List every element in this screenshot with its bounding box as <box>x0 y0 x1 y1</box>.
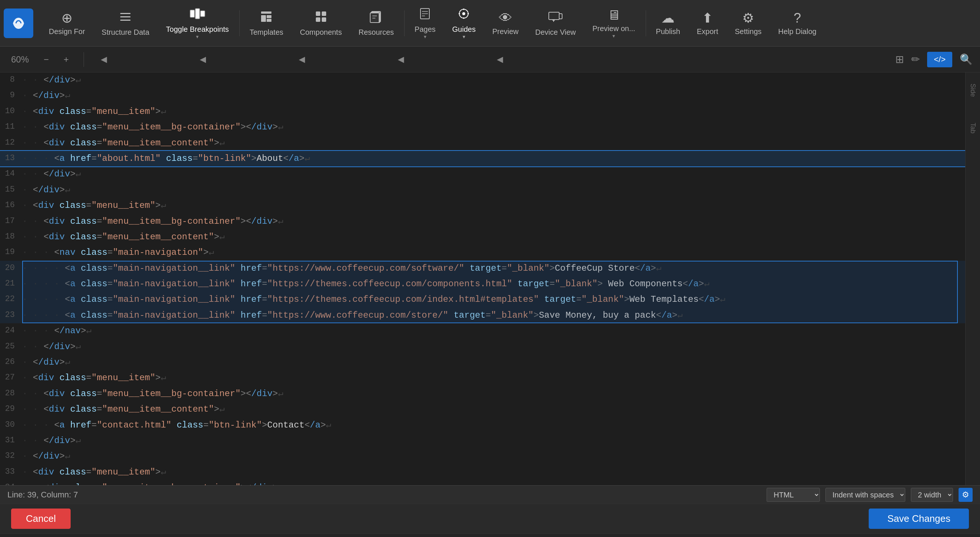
line-number-13: 13 <box>0 151 22 164</box>
code-line-25[interactable]: 25· · </div>↵ <box>0 339 965 355</box>
indent-select[interactable]: Indent with spaces Indent with tabs <box>826 488 905 502</box>
line-number-28: 28 <box>0 386 22 400</box>
line-content-15: · </div>↵ <box>22 182 965 198</box>
toolbar-publish[interactable]: ☁ Publish <box>648 0 689 46</box>
toolbar-structure-data[interactable]: Structure Data <box>94 0 158 46</box>
breakpoint-arrow-5[interactable]: ◄ <box>491 54 509 65</box>
code-line-21[interactable]: 21· · · · <a class="main-navigation__lin… <box>0 276 965 292</box>
line-number-11: 11 <box>0 120 22 133</box>
line-number-18: 18 <box>0 229 22 243</box>
code-line-31[interactable]: 31· · </div>↵ <box>0 433 965 449</box>
breadcrumb-bar: Body › HTML Element › custom-menu box-si… <box>0 533 980 537</box>
toolbar-sep-2 <box>404 10 404 36</box>
breakpoint-arrow-1[interactable]: ◄ <box>95 54 113 65</box>
code-line-12[interactable]: 12· · <div class="menu__item__content">↵ <box>0 135 965 151</box>
width-select[interactable]: 2 width 4 width <box>911 488 953 502</box>
components-label: Components <box>300 28 342 37</box>
code-line-15[interactable]: 15· </div>↵ <box>0 182 965 198</box>
toolbar-preview-on[interactable]: 🖥 Preview on... ▾ <box>584 0 644 46</box>
line-number-31: 31 <box>0 433 22 447</box>
line-number-33: 33 <box>0 465 22 478</box>
code-line-10[interactable]: 10· <div class="menu__item">↵ <box>0 104 965 120</box>
right-sidebar: Side Tab <box>965 72 980 485</box>
toolbar-design-for[interactable]: ⊕ Design For <box>41 0 94 46</box>
zoom-in-button[interactable]: + <box>60 54 73 65</box>
grid-view-icon[interactable]: ⊞ <box>895 53 904 65</box>
code-line-30[interactable]: 30· · · <a href="contact.html" class="bt… <box>0 417 965 433</box>
toolbar-resources[interactable]: Resources <box>350 0 402 46</box>
line-number-34: 34 <box>0 480 22 485</box>
language-select[interactable]: HTML CSS JavaScript <box>767 488 820 502</box>
code-view-button[interactable]: </> <box>927 52 952 67</box>
toolbar-templates[interactable]: Templates <box>242 0 292 46</box>
code-line-26[interactable]: 26· </div>↵ <box>0 355 965 370</box>
structure-data-icon <box>119 10 132 27</box>
toolbar-help[interactable]: ? Help Dialog <box>770 0 825 46</box>
code-line-13[interactable]: 13· · · <a href="about.html" class="btn-… <box>0 151 965 166</box>
code-line-19[interactable]: 19· · · <nav class="main-navigation">↵ <box>0 245 965 260</box>
toggle-breakpoints-icon <box>189 7 205 24</box>
code-line-33[interactable]: 33· <div class="menu__item">↵ <box>0 465 965 480</box>
line-content-27: · <div class="menu__item">↵ <box>22 370 965 386</box>
code-line-28[interactable]: 28· · <div class="menu__item__bg-contain… <box>0 386 965 402</box>
line-content-29: · · <div class="menu__item__content">↵ <box>22 402 965 417</box>
settings-gear-button[interactable]: ⚙ <box>959 488 973 502</box>
code-line-20[interactable]: 20· · · · <a class="main-navigation__lin… <box>0 261 965 276</box>
line-number-10: 10 <box>0 104 22 118</box>
toolbar-preview[interactable]: 👁 Preview <box>484 0 527 46</box>
toggle-breakpoints-label: Toggle Breakpoints <box>166 25 229 33</box>
components-icon <box>314 10 328 27</box>
breakpoint-arrow-3[interactable]: ◄ <box>293 54 311 65</box>
toolbar-device-view[interactable]: Device View <box>527 0 584 46</box>
code-line-17[interactable]: 17· · <div class="menu__item__bg-contain… <box>0 214 965 229</box>
toolbar-pages[interactable]: Pages ▾ <box>406 0 444 46</box>
design-for-icon: ⊕ <box>61 10 73 26</box>
guides-icon <box>457 7 470 24</box>
line-number-9: 9 <box>0 88 22 102</box>
app-logo[interactable] <box>4 8 33 38</box>
toolbar-export[interactable]: ⬆ Export <box>689 0 727 46</box>
code-line-32[interactable]: 32· </div>↵ <box>0 449 965 464</box>
design-for-label: Design For <box>49 27 85 36</box>
svg-rect-10 <box>316 11 320 16</box>
code-line-11[interactable]: 11· · <div class="menu__item__bg-contain… <box>0 120 965 135</box>
svg-rect-30 <box>559 14 562 19</box>
zoom-out-button[interactable]: − <box>40 54 52 65</box>
breakpoint-arrow-4[interactable]: ◄ <box>392 54 410 65</box>
pages-icon <box>418 7 431 24</box>
pen-tool-icon[interactable]: ✏ <box>911 53 920 65</box>
preview-label: Preview <box>492 27 519 36</box>
sidebar-tab-tab[interactable]: Tab <box>967 119 978 137</box>
code-line-27[interactable]: 27· <div class="menu__item">↵ <box>0 370 965 386</box>
code-line-22[interactable]: 22· · · · <a class="main-navigation__lin… <box>0 292 965 308</box>
code-line-23[interactable]: 23· · · · <a class="main-navigation__lin… <box>0 308 965 323</box>
code-line-34[interactable]: 34· · <div class="menu__item__bg-contain… <box>0 480 965 485</box>
code-line-8[interactable]: 8· · </div>↵ <box>0 72 965 88</box>
resources-icon <box>369 10 383 27</box>
svg-rect-5 <box>200 11 205 17</box>
toolbar-settings[interactable]: ⚙ Settings <box>727 0 770 46</box>
line-number-23: 23 <box>0 308 22 321</box>
cancel-button[interactable]: Cancel <box>11 508 71 529</box>
search-icon[interactable]: 🔍 <box>960 53 973 65</box>
toolbar-toggle-breakpoints[interactable]: Toggle Breakpoints ▾ <box>158 0 237 46</box>
code-line-29[interactable]: 29· · <div class="menu__item__content">↵ <box>0 402 965 417</box>
line-number-24: 24 <box>0 323 22 337</box>
line-number-29: 29 <box>0 402 22 415</box>
templates-label: Templates <box>250 28 283 37</box>
code-line-18[interactable]: 18· · <div class="menu__item__content">↵ <box>0 229 965 245</box>
save-changes-button[interactable]: Save Changes <box>869 508 969 529</box>
sidebar-tab-1[interactable]: Side <box>967 80 978 100</box>
line-content-24: · · · </nav>↵ <box>22 323 965 339</box>
svg-rect-6 <box>261 11 272 14</box>
code-line-14[interactable]: 14· · </div>↵ <box>0 166 965 182</box>
code-line-24[interactable]: 24· · · </nav>↵ <box>0 323 965 339</box>
svg-rect-7 <box>261 15 266 22</box>
code-editor[interactable]: 8· · </div>↵9· </div>↵10· <div class="me… <box>0 72 965 485</box>
toolbar-components[interactable]: Components <box>292 0 350 46</box>
code-line-16[interactable]: 16· <div class="menu__item">↵ <box>0 198 965 214</box>
toolbar-guides[interactable]: Guides ▾ <box>444 0 484 46</box>
breakpoint-arrow-2[interactable]: ◄ <box>194 54 212 65</box>
bottom-bar: Cancel Save Changes <box>0 504 980 533</box>
code-line-9[interactable]: 9· </div>↵ <box>0 88 965 104</box>
